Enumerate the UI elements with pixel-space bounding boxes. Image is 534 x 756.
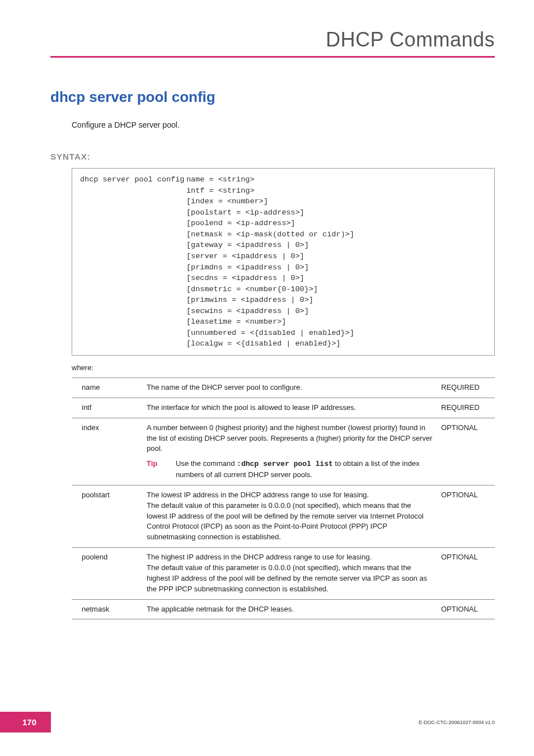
- syntax-command: dhcp server pool config: [80, 174, 186, 349]
- command-title: dhcp server pool config: [50, 88, 495, 106]
- param-req: OPTIONAL: [439, 599, 495, 619]
- syntax-box: dhcp server pool config name = <string> …: [72, 168, 495, 356]
- tip-text: Use the command :dhcp server pool list t…: [176, 459, 433, 480]
- page-number: 170: [0, 712, 51, 732]
- tip-block: Tip Use the command :dhcp server pool li…: [147, 459, 433, 480]
- param-desc: The applicable netmask for the DHCP leas…: [144, 599, 439, 619]
- command-description: Configure a DHCP server pool.: [72, 120, 495, 129]
- tip-pre: Use the command: [176, 459, 237, 468]
- param-name: index: [72, 418, 144, 485]
- document-id: E-DOC-CTC-20061027-0004 v1.0: [419, 720, 495, 725]
- param-desc-text: A number between 0 (highest priority) an…: [147, 423, 432, 453]
- param-name: name: [72, 378, 144, 398]
- param-desc: A number between 0 (highest priority) an…: [144, 418, 439, 485]
- table-row: index A number between 0 (highest priori…: [72, 418, 495, 485]
- param-req: OPTIONAL: [439, 418, 495, 485]
- param-req: REQUIRED: [439, 378, 495, 398]
- chapter-title: DHCP Commands: [50, 28, 495, 58]
- param-req: OPTIONAL: [439, 548, 495, 599]
- param-name: intf: [72, 398, 144, 418]
- syntax-heading: SYNTAX:: [50, 152, 495, 161]
- table-row: name The name of the DHCP server pool to…: [72, 378, 495, 398]
- table-row: poolend The highest IP address in the DH…: [72, 548, 495, 599]
- table-row: netmask The applicable netmask for the D…: [72, 599, 495, 619]
- parameter-table: name The name of the DHCP server pool to…: [72, 377, 495, 619]
- param-name: poolend: [72, 548, 144, 599]
- where-label: where:: [72, 363, 495, 372]
- tip-label: Tip: [147, 459, 176, 480]
- param-name: netmask: [72, 599, 144, 619]
- param-desc: The lowest IP address in the DHCP addres…: [144, 485, 439, 547]
- param-desc: The name of the DHCP server pool to conf…: [144, 378, 439, 398]
- param-req: REQUIRED: [439, 398, 495, 418]
- tip-command: :dhcp server pool list: [237, 460, 333, 468]
- page-footer: 170 E-DOC-CTC-20061027-0004 v1.0: [0, 712, 534, 732]
- param-name: poolstart: [72, 485, 144, 547]
- param-req: OPTIONAL: [439, 485, 495, 547]
- table-row: intf The interface for which the pool is…: [72, 398, 495, 418]
- table-row: poolstart The lowest IP address in the D…: [72, 485, 495, 547]
- syntax-args: name = <string> intf = <string> [index =…: [186, 174, 486, 349]
- param-desc: The highest IP address in the DHCP addre…: [144, 548, 439, 599]
- param-desc: The interface for which the pool is allo…: [144, 398, 439, 418]
